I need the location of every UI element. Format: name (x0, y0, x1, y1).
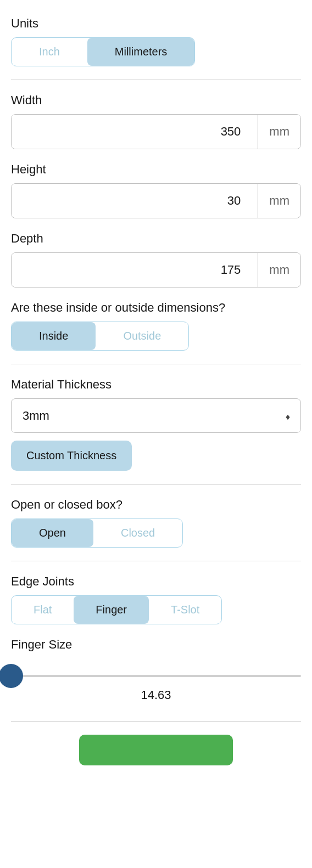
finger-size-label: Finger Size (11, 638, 301, 652)
width-unit: mm (258, 115, 300, 149)
depth-input[interactable] (12, 253, 258, 287)
material-thickness-select-wrapper: 1mm 2mm 3mm 4mm 5mm 6mm ⬧ (11, 398, 301, 433)
box-type-toggle-group: Open Closed (11, 518, 183, 548)
width-input-group: mm (11, 114, 301, 149)
depth-unit: mm (258, 253, 300, 287)
slider-thumb[interactable] (0, 664, 23, 688)
divider-4 (11, 561, 301, 561)
divider-1 (11, 80, 301, 80)
edge-joints-section: Edge Joints Flat Finger T-Slot (11, 574, 301, 624)
material-thickness-label: Material Thickness (11, 377, 301, 392)
dimensions-inside-button[interactable]: Inside (12, 322, 96, 350)
edge-finger-button[interactable]: Finger (74, 596, 149, 624)
box-closed-button[interactable]: Closed (93, 519, 182, 547)
units-toggle-group: Inch Millimeters (11, 37, 195, 66)
material-thickness-select[interactable]: 1mm 2mm 3mm 4mm 5mm 6mm (11, 398, 301, 433)
dimensions-section: Are these inside or outside dimensions? … (11, 301, 301, 351)
width-label: Width (11, 93, 301, 108)
divider-2 (11, 364, 301, 364)
depth-input-group: mm (11, 252, 301, 288)
box-open-button[interactable]: Open (12, 519, 93, 547)
edge-joints-toggle-group: Flat Finger T-Slot (11, 595, 222, 624)
width-input[interactable] (12, 115, 258, 149)
bottom-action-button[interactable] (79, 735, 233, 765)
box-type-label: Open or closed box? (11, 498, 301, 512)
dimensions-outside-button[interactable]: Outside (96, 322, 188, 350)
material-thickness-section: Material Thickness 1mm 2mm 3mm 4mm 5mm 6… (11, 377, 301, 471)
height-input[interactable] (12, 184, 258, 218)
edge-flat-button[interactable]: Flat (12, 596, 74, 624)
slider-track (11, 675, 301, 677)
height-section: Height mm (11, 162, 301, 218)
box-type-section: Open or closed box? Open Closed (11, 498, 301, 548)
height-input-group: mm (11, 183, 301, 218)
divider-5 (11, 721, 301, 722)
edge-joints-label: Edge Joints (11, 574, 301, 589)
finger-size-slider-container: 14.63 (11, 658, 301, 708)
units-inch-button[interactable]: Inch (12, 38, 87, 66)
units-label: Units (11, 16, 301, 31)
custom-thickness-button[interactable]: Custom Thickness (11, 441, 132, 471)
height-unit: mm (258, 184, 300, 218)
depth-section: Depth mm (11, 232, 301, 288)
units-section: Units Inch Millimeters (11, 16, 301, 66)
finger-size-section: Finger Size 14.63 (11, 638, 301, 708)
width-section: Width mm (11, 93, 301, 149)
divider-3 (11, 484, 301, 484)
depth-label: Depth (11, 232, 301, 246)
dimensions-label: Are these inside or outside dimensions? (11, 301, 301, 315)
height-label: Height (11, 162, 301, 177)
finger-size-value: 14.63 (11, 688, 301, 702)
units-millimeters-button[interactable]: Millimeters (87, 38, 195, 66)
edge-tslot-button[interactable]: T-Slot (149, 596, 221, 624)
dimensions-toggle-group: Inside Outside (11, 322, 189, 351)
